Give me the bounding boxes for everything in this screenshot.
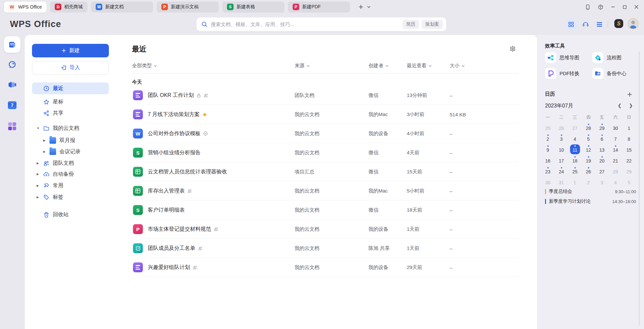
rail-meeting-button[interactable]: [4, 76, 20, 93]
table-row[interactable]: W 公司对外合作协议模板 我的云文档 我的设备 4小时前 –: [132, 124, 519, 143]
table-row[interactable]: 云文档管人员信息统计表理器验收 项目汇总 微信 15天前 –: [132, 162, 519, 181]
import-button[interactable]: 导入: [32, 61, 109, 75]
calendar-day[interactable]: 15: [624, 144, 634, 154]
sidebar-item-tags[interactable]: ▶ 标签: [32, 191, 109, 203]
table-row[interactable]: S 营销小组业绩分析报告 我的云文档 微信 4天前 –: [132, 143, 519, 162]
calendar-day[interactable]: 13: [597, 144, 607, 154]
calendar-day[interactable]: 31: [557, 177, 566, 187]
maximize-button[interactable]: [623, 5, 627, 9]
tab-new-presentation[interactable]: P 新建演示文稿: [157, 2, 219, 13]
calendar-day[interactable]: 17: [557, 155, 566, 165]
filter-size[interactable]: 大小: [450, 63, 519, 69]
calendar-next-button[interactable]: ❯: [628, 103, 633, 108]
main-menu-button[interactable]: [594, 19, 605, 30]
table-row[interactable]: 团队成员及分工名单 我的云文档 陈旭 共享 1天前 –: [132, 239, 519, 258]
rail-apps-button[interactable]: [4, 118, 20, 135]
minimize-button[interactable]: [611, 5, 615, 9]
calendar-day[interactable]: 4: [611, 177, 621, 187]
sidebar-item-team-docs[interactable]: ▶ 团队文档: [32, 157, 109, 169]
calendar-day[interactable]: 27: [597, 166, 607, 176]
calendar-day[interactable]: 14: [611, 144, 621, 154]
support-button[interactable]: [580, 19, 591, 30]
tab-new-document[interactable]: W 新建文档: [91, 2, 153, 13]
calendar-day[interactable]: 5: [584, 134, 594, 143]
calendar-day[interactable]: 9: [543, 144, 553, 154]
sidebar-item-recycle-bin[interactable]: ▶ 回收站: [32, 209, 109, 221]
app-grid-button[interactable]: [565, 19, 577, 30]
sidebar-item-recent[interactable]: ▶ 最近: [32, 82, 109, 94]
calendar-day[interactable]: 30: [543, 177, 553, 187]
calendar-day[interactable]: 25: [543, 123, 553, 133]
calendar-day[interactable]: 2: [584, 177, 594, 187]
filter-all-types[interactable]: 全部类型: [132, 63, 295, 69]
calendar-day[interactable]: 29: [624, 166, 634, 176]
event-item[interactable]: 季度总结会 9:30–11:00: [545, 189, 636, 194]
calendar-day[interactable]: 29: [597, 123, 607, 133]
calendar-day[interactable]: 3: [557, 134, 566, 143]
calendar-day[interactable]: 12: [584, 144, 594, 154]
calendar-day[interactable]: 1: [624, 123, 634, 133]
close-button[interactable]: [634, 5, 639, 9]
tab-new-pdf[interactable]: P 新建PDF: [288, 2, 350, 13]
filter-source[interactable]: 来源: [295, 63, 369, 69]
table-row[interactable]: S 客户订单明细表 我的云文档 微信 18天前 –: [132, 200, 519, 220]
rail-chat-button[interactable]: [4, 56, 20, 73]
sidebar-item-my-cloud-docs[interactable]: ▼ 我的云文档: [32, 122, 109, 134]
tool-flowchart[interactable]: 流程图: [592, 52, 622, 63]
calendar-day[interactable]: 5: [624, 177, 634, 187]
calendar-day[interactable]: 20: [597, 155, 607, 165]
member-badge-icon[interactable]: S: [614, 19, 623, 28]
table-row[interactable]: P 市场主体登记提交材料规范 我的云文档 我的设备 1天前 –: [132, 220, 519, 239]
calendar-day[interactable]: 26: [584, 166, 594, 176]
table-row[interactable]: 兴趣爱好组队计划 我的云文档 我的设备 29天前 –: [132, 258, 519, 277]
sidebar-item-bimonthly-report[interactable]: ▶ 双月报: [32, 135, 109, 146]
rail-calendar-button[interactable]: 7: [4, 97, 20, 113]
tool-backup-center[interactable]: 备份中心: [592, 68, 627, 79]
new-tab-button[interactable]: [358, 4, 364, 10]
calendar-day[interactable]: 27: [570, 123, 580, 133]
sidebar-item-auto-backup[interactable]: ▶ 自动备份: [32, 168, 109, 180]
filter-last-viewed[interactable]: 最近查看: [407, 63, 450, 69]
event-item[interactable]: 新季度学习计划讨论 14:30–16:00: [545, 198, 636, 204]
tab-list-chevron-icon[interactable]: [367, 5, 371, 9]
search-bar[interactable]: 简历 策划案: [197, 17, 446, 31]
tool-pdf-convert[interactable]: PDF转换: [545, 68, 579, 79]
rail-docs-button[interactable]: [4, 36, 20, 53]
search-tag-plan[interactable]: 策划案: [422, 20, 443, 29]
calendar-day[interactable]: 2: [543, 134, 553, 143]
calendar-day[interactable]: 22: [624, 155, 634, 165]
calendar-day[interactable]: 25: [570, 166, 580, 176]
search-input[interactable]: [211, 21, 400, 27]
calendar-day[interactable]: 26: [557, 123, 566, 133]
new-button[interactable]: 新建: [32, 44, 109, 57]
scrollbar[interactable]: [639, 51, 640, 326]
table-row[interactable]: 库存出入管理表 我的云文档 我的Mac 5小时前 –: [132, 181, 519, 200]
tab-new-spreadsheet[interactable]: S 新建表格: [222, 2, 284, 13]
sidebar-item-starred[interactable]: ▶ 星标: [32, 96, 109, 108]
tab-docer-mall[interactable]: D 稻壳商城: [50, 2, 87, 13]
calendar-day[interactable]: 18: [570, 155, 580, 165]
calendar-day[interactable]: 8: [624, 134, 634, 143]
calendar-day[interactable]: 28: [584, 123, 594, 133]
calendar-day[interactable]: 7: [611, 134, 621, 143]
sidebar-item-frequent[interactable]: ▶ 常用: [32, 180, 109, 192]
calendar-day[interactable]: 11: [570, 144, 580, 154]
calendar-day[interactable]: 16: [543, 155, 553, 165]
cube-workspace-icon[interactable]: [598, 4, 603, 10]
calendar-day[interactable]: 6: [597, 134, 607, 143]
calendar-day[interactable]: 23: [543, 166, 553, 176]
calendar-day[interactable]: 1: [570, 177, 580, 187]
calendar-day[interactable]: 3: [597, 177, 607, 187]
calendar-day[interactable]: 24: [557, 166, 566, 176]
calendar-day[interactable]: 4: [570, 134, 580, 143]
search-tag-resume[interactable]: 简历: [402, 20, 419, 29]
calendar-day[interactable]: 30: [611, 123, 621, 133]
calendar-prev-button[interactable]: ❮: [617, 103, 622, 108]
add-event-button[interactable]: [627, 92, 632, 99]
table-row[interactable]: 7 月线下活动策划方案 我的云文档 我的Mac 3小时前 514 KB: [132, 105, 519, 124]
sidebar-item-shared[interactable]: ▶ 共享: [32, 107, 109, 119]
calendar-day[interactable]: 21: [611, 155, 621, 165]
calendar-day[interactable]: 10: [557, 144, 566, 154]
tab-wps-home[interactable]: W WPS Office: [4, 2, 47, 13]
settings-button[interactable]: [509, 45, 516, 53]
